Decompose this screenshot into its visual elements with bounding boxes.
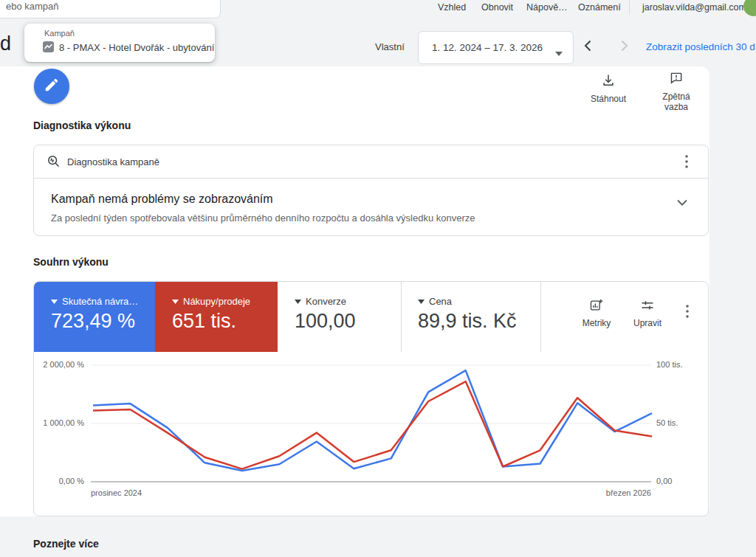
right-axis-tick: 0,00 bbox=[656, 477, 672, 485]
download-label: Stáhnout bbox=[591, 94, 626, 104]
campaign-selector-chip[interactable]: Kampaň 8 - PMAX - Hotel Dvořák - ubytová… bbox=[24, 24, 215, 62]
caret-down-icon bbox=[295, 300, 301, 304]
feedback-icon bbox=[645, 71, 707, 88]
campaign-diagnostics-card: Diagnostika kampaně Kampaň nemá problémy… bbox=[33, 145, 709, 236]
summary-section-title: Souhrn výkonu bbox=[33, 256, 109, 268]
page-title-fragment: d bbox=[0, 32, 11, 55]
expand-chevron-icon[interactable] bbox=[676, 197, 688, 210]
search-insights-icon bbox=[47, 154, 61, 171]
search-input[interactable]: ebo kampaň bbox=[0, 0, 221, 18]
metric-value: 651 tis. bbox=[172, 310, 236, 333]
nav-item-appearance[interactable]: Vzhled bbox=[438, 2, 466, 13]
chart-add-icon bbox=[572, 298, 621, 315]
account-email[interactable]: jaroslav.vilda@gmail.com bbox=[642, 2, 746, 13]
metric-card-roas[interactable]: Skutečná návra… 723,49 % bbox=[34, 282, 155, 352]
more-vert-icon[interactable] bbox=[682, 304, 693, 319]
campaign-chip-type-label: Kampaň bbox=[44, 29, 75, 38]
caret-down-icon bbox=[418, 300, 425, 304]
card-divider bbox=[34, 178, 708, 179]
tune-icon bbox=[623, 298, 672, 315]
chevron-down-icon bbox=[555, 46, 563, 59]
metric-label: Skutečná návra… bbox=[62, 296, 138, 307]
metric-label-row: Cena bbox=[418, 296, 452, 307]
metric-label-row: Nákupy/prodeje bbox=[172, 296, 250, 307]
edit-fab-button[interactable] bbox=[34, 69, 69, 104]
metric-card-conversions[interactable]: Konverze 100,00 bbox=[278, 282, 399, 352]
more-vert-icon[interactable] bbox=[681, 154, 692, 169]
topbar-divider bbox=[629, 0, 630, 15]
nav-item-notifications[interactable]: Oznámení bbox=[578, 2, 621, 13]
metric-value: 100,00 bbox=[295, 310, 356, 333]
date-range-value: 1. 12. 2024 – 17. 3. 2026 bbox=[432, 42, 543, 53]
metric-value: 723,49 % bbox=[51, 310, 135, 333]
chevron-left-icon[interactable] bbox=[582, 39, 595, 52]
account-avatar[interactable] bbox=[743, 0, 756, 16]
metric-divider bbox=[540, 282, 541, 352]
metric-label-row: Skutečná návra… bbox=[51, 296, 138, 307]
nav-item-refresh[interactable]: Obnovit bbox=[481, 2, 513, 13]
chart-series-1 bbox=[93, 381, 652, 469]
metric-label: Cena bbox=[429, 296, 452, 307]
metric-label-row: Konverze bbox=[295, 296, 346, 307]
metric-card-cost[interactable]: Cena 89,9 tis. Kč bbox=[399, 282, 540, 352]
diagnostics-status-title: Kampaň nemá problémy se zobrazováním bbox=[51, 193, 273, 206]
performance-summary-card: Skutečná návra… 723,49 % Nákupy/prodeje … bbox=[33, 281, 709, 516]
metric-label: Konverze bbox=[306, 296, 346, 307]
feedback-label: Zpětná vazba bbox=[659, 91, 693, 112]
discover-section-title: Poznejte více bbox=[33, 538, 99, 550]
x-axis-tick: březen 2026 bbox=[504, 488, 651, 497]
feedback-button[interactable]: Zpětná vazba bbox=[645, 71, 707, 112]
caret-down-icon bbox=[51, 300, 58, 304]
left-axis-tick: 1 000,00 % bbox=[40, 418, 84, 427]
diagnostics-card-header: Diagnostika kampaně bbox=[67, 156, 159, 167]
right-axis-tick: 50 tis. bbox=[656, 418, 678, 427]
diagnostics-section-title: Diagnostika výkonu bbox=[33, 120, 131, 131]
diagnostics-status-detail: Za poslední týden spotřebovala většinu p… bbox=[51, 212, 475, 224]
x-axis-tick: prosinec 2024 bbox=[91, 488, 142, 497]
edit-button-label: Upravit bbox=[633, 318, 662, 328]
left-axis-tick: 2 000,00 % bbox=[40, 360, 84, 369]
chevron-right-icon[interactable] bbox=[617, 39, 630, 52]
metric-label: Nákupy/prodeje bbox=[183, 296, 250, 307]
show-last-30-days-link[interactable]: Zobrazit posledních 30 d bbox=[646, 41, 755, 52]
edit-chart-button[interactable]: Upravit bbox=[623, 298, 672, 328]
metric-card-purchases[interactable]: Nákupy/prodeje 651 tis. bbox=[155, 282, 278, 352]
metrics-button[interactable]: Metriky bbox=[572, 298, 621, 328]
google-ads-overview-page: ebo kampaň Vzhled Obnovit Nápově… Oznáme… bbox=[0, 0, 756, 557]
line-chart-icon bbox=[43, 41, 54, 55]
right-axis-tick: 100 tis. bbox=[656, 360, 682, 369]
metric-value: 89,9 tis. Kč bbox=[418, 310, 517, 333]
campaign-chip-name: 8 - PMAX - Hotel Dvořák - ubytování bbox=[59, 42, 214, 53]
download-icon bbox=[577, 73, 639, 90]
caret-down-icon bbox=[172, 300, 179, 304]
search-input-value: ebo kampaň bbox=[6, 1, 59, 12]
nav-item-help[interactable]: Nápově… bbox=[526, 2, 568, 13]
download-button[interactable]: Stáhnout bbox=[577, 73, 639, 104]
pencil-icon bbox=[44, 77, 60, 96]
left-axis-tick: 0,00 % bbox=[40, 477, 84, 485]
date-range-dropdown[interactable]: 1. 12. 2024 – 17. 3. 2026 bbox=[418, 31, 574, 64]
metrics-button-label: Metriky bbox=[583, 318, 611, 328]
metric-divider bbox=[401, 282, 402, 352]
date-mode-label: Vlastní bbox=[375, 41, 405, 52]
